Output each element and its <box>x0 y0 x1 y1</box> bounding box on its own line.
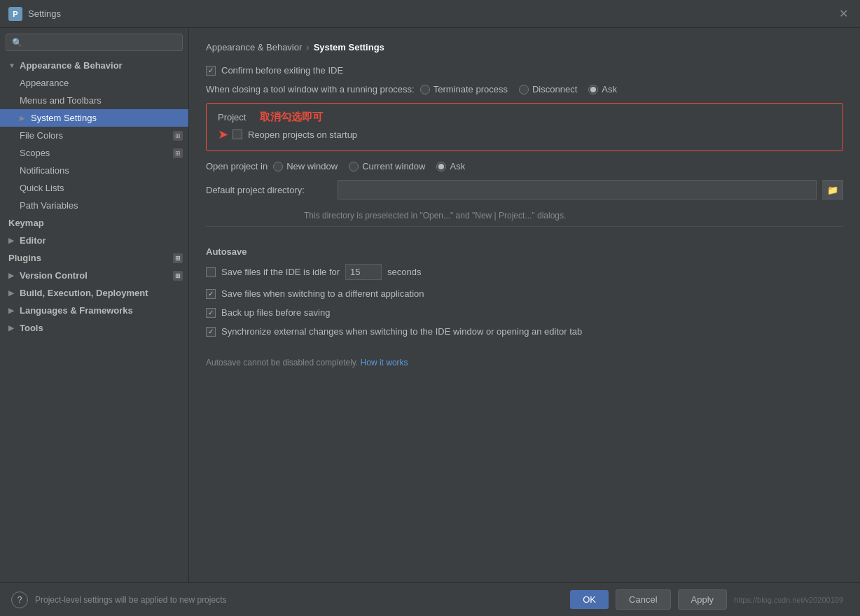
sidebar-item-keymap[interactable]: Keymap <box>0 214 188 232</box>
current-window-radio[interactable] <box>349 162 359 172</box>
search-box[interactable]: 🔍 <box>6 34 183 51</box>
project-title: Project <box>218 112 246 122</box>
breadcrumb-sep: › <box>306 42 309 52</box>
sidebar-item-plugins[interactable]: Plugins ⊞ <box>0 249 188 267</box>
sync-row: Synchronize external changes when switch… <box>206 326 843 337</box>
sidebar-item-notifications[interactable]: Notifications <box>0 162 188 179</box>
sidebar-label-build: Build, Execution, Deployment <box>20 288 148 298</box>
plugin-icon-plugins: ⊞ <box>173 253 183 263</box>
sidebar-item-menus-toolbars[interactable]: Menus and Toolbars <box>0 92 188 109</box>
save-switch-label: Save files when switching to a different… <box>221 288 424 299</box>
save-switch-wrapper[interactable]: Save files when switching to a different… <box>206 288 424 299</box>
bottom-bar: ? Project-level settings will be applied… <box>0 582 860 616</box>
sync-label: Synchronize external changes when switch… <box>221 326 582 337</box>
breadcrumb-parent: Appearance & Behavior <box>206 42 302 52</box>
sidebar-item-languages[interactable]: ▶ Languages & Frameworks <box>0 302 188 319</box>
disconnect-option[interactable]: Disconnect <box>519 84 577 94</box>
search-input[interactable] <box>27 37 176 48</box>
separator <box>206 226 843 227</box>
sync-wrapper[interactable]: Synchronize external changes when switch… <box>206 326 582 337</box>
sidebar-label-languages: Languages & Frameworks <box>20 305 133 316</box>
sidebar-item-appearance[interactable]: Appearance <box>0 74 188 92</box>
default-dir-row: Default project directory: 📁 <box>206 180 843 200</box>
terminate-radio[interactable] <box>420 85 430 94</box>
ask-radio[interactable] <box>588 85 598 94</box>
autosave-header: Autosave <box>206 246 843 257</box>
chevron-down-icon: ▼ <box>8 62 17 69</box>
sidebar-label-path-variables: Path Variables <box>20 200 78 211</box>
window-title: Settings <box>28 8 61 19</box>
sidebar-item-system-settings[interactable]: ▶ System Settings <box>0 109 188 127</box>
apply-button[interactable]: Apply <box>678 589 728 610</box>
breadcrumb: Appearance & Behavior › System Settings <box>206 42 843 52</box>
open-in-options: New window Current window Ask <box>273 161 465 172</box>
save-idle-checkbox[interactable] <box>206 267 216 277</box>
reopen-checkbox[interactable] <box>233 130 242 139</box>
chevron-right-icon-tools: ▶ <box>8 324 17 332</box>
sidebar-item-appearance-behavior[interactable]: ▼ Appearance & Behavior <box>0 57 188 74</box>
when-closing-label: When closing a tool window with a runnin… <box>206 84 415 94</box>
sidebar-item-scopes[interactable]: Scopes ⊞ <box>0 144 188 162</box>
confirm-exit-checkbox-wrapper[interactable]: Confirm before exiting the IDE <box>206 65 343 76</box>
ask-option[interactable]: Ask <box>588 84 617 94</box>
dir-browse-button[interactable]: 📁 <box>822 180 843 200</box>
default-dir-input[interactable] <box>338 180 817 200</box>
sidebar-label-appearance-behavior: Appearance & Behavior <box>20 60 123 71</box>
confirm-exit-row: Confirm before exiting the IDE <box>206 65 843 76</box>
plugin-icon-scopes: ⊞ <box>173 148 183 158</box>
reopen-checkbox-wrapper[interactable]: Reopen projects on startup <box>233 130 357 140</box>
backup-checkbox[interactable] <box>206 308 216 318</box>
sidebar-item-build[interactable]: ▶ Build, Execution, Deployment <box>0 284 188 302</box>
backup-wrapper[interactable]: Back up files before saving <box>206 307 330 318</box>
new-window-radio[interactable] <box>273 162 283 172</box>
sidebar-label-menus: Menus and Toolbars <box>20 95 102 106</box>
sidebar-item-editor[interactable]: ▶ Editor <box>0 232 188 249</box>
cancel-button[interactable]: Cancel <box>616 589 670 610</box>
main-content: 🔍 ▼ Appearance & Behavior Appearance Men… <box>0 28 860 582</box>
chevron-right-icon-lang: ▶ <box>8 307 17 314</box>
current-window-option[interactable]: Current window <box>349 161 425 172</box>
sidebar-item-version-control[interactable]: ▶ Version Control ⊞ <box>0 267 188 284</box>
sidebar-item-tools[interactable]: ▶ Tools <box>0 319 188 337</box>
sidebar-label-plugins: Plugins <box>8 253 41 263</box>
save-idle-input[interactable] <box>345 264 382 280</box>
save-switch-checkbox[interactable] <box>206 289 216 299</box>
project-box: Project 取消勾选即可 ➤ Reopen projects on star… <box>206 103 843 151</box>
sidebar-item-quick-lists[interactable]: Quick Lists <box>0 179 188 197</box>
sidebar: 🔍 ▼ Appearance & Behavior Appearance Men… <box>0 28 189 582</box>
ask-label: Ask <box>602 84 617 94</box>
sidebar-label-keymap: Keymap <box>8 218 44 228</box>
chevron-right-icon-build: ▶ <box>8 289 17 297</box>
save-idle-label: Save files if the IDE is idle for <box>221 267 340 277</box>
default-dir-label: Default project directory: <box>206 185 332 195</box>
sidebar-label-appearance: Appearance <box>20 78 69 88</box>
how-it-works-link[interactable]: How it works <box>361 358 408 368</box>
backup-row: Back up files before saving <box>206 307 843 318</box>
save-idle-wrapper[interactable]: Save files if the IDE is idle for <box>206 267 340 277</box>
terminate-label: Terminate process <box>434 84 508 94</box>
annotation-text: 取消勾选即可 <box>260 111 323 124</box>
autosave-note: Autosave cannot be disabled completely. <box>206 358 358 368</box>
ask-open-radio[interactable] <box>436 162 446 172</box>
main-panel: Appearance & Behavior › System Settings … <box>189 28 860 582</box>
when-closing-options: Terminate process Disconnect Ask <box>420 84 617 94</box>
sync-checkbox[interactable] <box>206 327 216 337</box>
url-bar: https://blog.csdn.net/v20200109 <box>734 596 849 604</box>
breadcrumb-current: System Settings <box>314 42 384 52</box>
new-window-label: New window <box>286 161 338 172</box>
sidebar-item-file-colors[interactable]: File Colors ⊞ <box>0 127 188 144</box>
confirm-exit-checkbox[interactable] <box>206 66 216 76</box>
help-button[interactable]: ? <box>11 592 28 608</box>
terminate-option[interactable]: Terminate process <box>420 84 508 94</box>
new-window-option[interactable]: New window <box>273 161 338 172</box>
title-bar: P Settings ✕ <box>0 0 860 28</box>
disconnect-radio[interactable] <box>519 85 529 94</box>
close-button[interactable]: ✕ <box>835 6 852 22</box>
ask-open-option[interactable]: Ask <box>436 161 465 172</box>
sidebar-label-notifications: Notifications <box>20 165 69 176</box>
sidebar-item-path-variables[interactable]: Path Variables <box>0 197 188 214</box>
app-icon: P <box>8 7 22 21</box>
current-window-label: Current window <box>362 161 425 172</box>
backup-label: Back up files before saving <box>221 307 330 318</box>
ok-button[interactable]: OK <box>570 590 609 609</box>
